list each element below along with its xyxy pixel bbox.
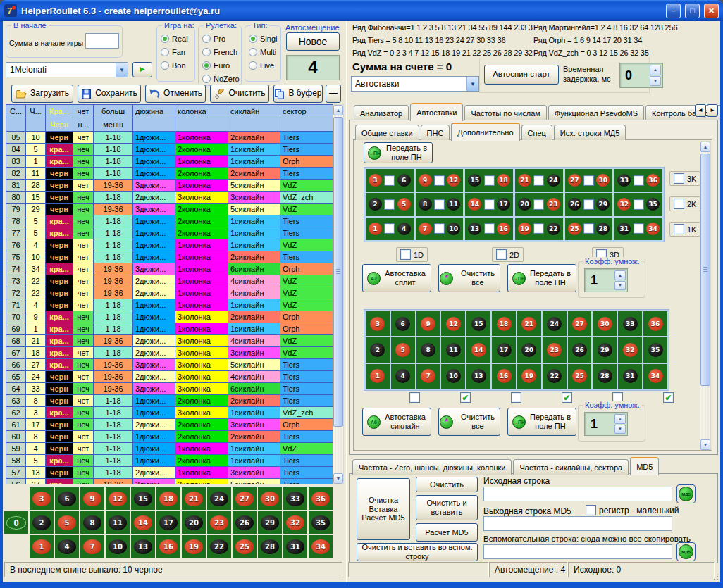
- board-cell-1[interactable]: 1: [30, 535, 54, 558]
- md5-output-input[interactable]: [483, 516, 672, 531]
- number-chip-28[interactable]: 28: [596, 223, 610, 235]
- board-cell-19[interactable]: 19: [182, 535, 206, 558]
- board-cell-6[interactable]: 6: [55, 487, 79, 510]
- toolbar-button-save[interactable]: Сохранить: [78, 85, 141, 103]
- split-checkbox[interactable]: [434, 223, 445, 234]
- md5-run-icon-top[interactable]: МД5: [676, 484, 696, 503]
- md5-clear-button[interactable]: Очистить: [416, 477, 478, 492]
- number-chip-1[interactable]: 1: [369, 223, 382, 235]
- sixline-cell[interactable]: 17: [492, 337, 516, 362]
- number-chip-29[interactable]: 29: [596, 198, 610, 211]
- split-checkbox[interactable]: [634, 175, 644, 186]
- number-chip-3[interactable]: 3: [369, 174, 382, 187]
- sixline-cell[interactable]: 15: [466, 311, 490, 336]
- sixline-cell[interactable]: 28: [593, 364, 617, 389]
- board-cell-29[interactable]: 29: [258, 511, 282, 534]
- subtab-дополнительно[interactable]: Дополнительно: [451, 123, 519, 141]
- number-chip-13[interactable]: 13: [468, 223, 481, 235]
- split-checkbox[interactable]: [434, 175, 445, 186]
- sixline-cell[interactable]: 31: [618, 364, 642, 389]
- sixline-cell[interactable]: 4: [391, 364, 415, 389]
- number-chip-4[interactable]: 4: [397, 223, 411, 235]
- number-chip-8[interactable]: 8: [419, 198, 432, 211]
- action-button-transfer[interactable]: →ПНПередать в поле ПН: [507, 264, 576, 292]
- toolbar-button-brush[interactable]: Очистить: [210, 85, 269, 103]
- board-cell-24[interactable]: 24: [207, 487, 231, 510]
- panel-scrollbar[interactable]: ▲ ▼: [700, 141, 711, 451]
- number-chip-6[interactable]: 6: [397, 174, 411, 187]
- md5-big-button[interactable]: Очистка Вставка Расчет MD5: [357, 478, 410, 540]
- board-cell-12[interactable]: 12: [106, 487, 130, 510]
- sixline-cell[interactable]: 20: [517, 337, 541, 362]
- checkbox[interactable]: [496, 249, 507, 260]
- tab-scroll-left-button[interactable]: ◄: [695, 104, 706, 117]
- number-chip-22[interactable]: 22: [547, 223, 560, 235]
- radio-french[interactable]: French: [202, 48, 237, 56]
- number-chip-14[interactable]: 14: [468, 198, 481, 211]
- number-chip-7[interactable]: 7: [419, 223, 432, 235]
- scroll-down-icon[interactable]: ▼: [700, 439, 710, 450]
- sixline-cell[interactable]: 13: [466, 364, 490, 389]
- transfer-top-button[interactable]: →ПН Передать в поле ПН: [364, 142, 433, 163]
- spin-up-icon[interactable]: ▲: [614, 414, 626, 424]
- scroll-up-icon[interactable]: ▲: [700, 142, 710, 152]
- number-chip-32[interactable]: 32: [617, 198, 631, 211]
- board-cell-2[interactable]: 2: [30, 511, 54, 534]
- bottom-tab-частота-сиклайны-сектора[interactable]: Частота - сиклайны, сектора: [513, 459, 629, 475]
- sixline-cell[interactable]: 6: [391, 311, 415, 336]
- number-chip-25[interactable]: 25: [568, 223, 581, 235]
- split-checkbox[interactable]: [583, 223, 594, 234]
- sixline-cell[interactable]: 35: [643, 337, 667, 362]
- tab-частоты-по-числам[interactable]: Частоты по числам: [464, 105, 546, 120]
- chevron-down-icon[interactable]: ▼: [466, 77, 478, 91]
- board-cell-14[interactable]: 14: [131, 511, 155, 534]
- board-cell-8[interactable]: 8: [80, 511, 104, 534]
- number-chip-18[interactable]: 18: [497, 174, 510, 187]
- register-checkbox-group[interactable]: регистр - маленький: [582, 503, 682, 517]
- sixline-cell[interactable]: 33: [618, 311, 642, 336]
- split-checkbox[interactable]: [533, 175, 544, 186]
- minimize-button[interactable]: –: [666, 4, 681, 18]
- action-button-clear-all[interactable]: *Очистить все: [438, 408, 500, 436]
- radio-euro[interactable]: Euro: [202, 61, 230, 70]
- md5-helper-input[interactable]: [483, 544, 672, 559]
- board-cell-11[interactable]: 11: [106, 511, 130, 534]
- board-cell-32[interactable]: 32: [283, 511, 307, 534]
- number-chip-24[interactable]: 24: [547, 174, 560, 187]
- sixline-cell[interactable]: 9: [416, 311, 440, 336]
- tab-scroll-right-button[interactable]: ►: [707, 104, 718, 117]
- board-cell-4[interactable]: 4: [55, 535, 79, 558]
- action-button-autobet[interactable]: A2Автоставка сплит: [362, 264, 431, 292]
- split-checkbox[interactable]: [634, 199, 644, 210]
- split-checkbox[interactable]: [484, 175, 495, 186]
- number-chip-19[interactable]: 19: [518, 223, 531, 235]
- sixline-checkbox[interactable]: [460, 392, 471, 403]
- new-button[interactable]: Новое: [286, 32, 340, 51]
- tab-автоставки[interactable]: Автоставки: [410, 103, 463, 121]
- dozen-check-1d[interactable]: 1D: [396, 247, 428, 262]
- sixline-checkbox[interactable]: [409, 392, 420, 403]
- maximize-button[interactable]: □: [685, 4, 700, 18]
- sixline-checkbox[interactable]: [511, 392, 521, 403]
- subtab-спец[interactable]: Спец: [521, 125, 552, 140]
- sixline-cell[interactable]: 12: [441, 311, 465, 336]
- board-cell-17[interactable]: 17: [156, 511, 180, 534]
- checkbox[interactable]: [674, 173, 684, 184]
- board-cell-27[interactable]: 27: [233, 487, 257, 510]
- sixline-cell[interactable]: 22: [543, 364, 567, 389]
- close-button[interactable]: ✕: [704, 4, 719, 18]
- board-cell-36[interactable]: 36: [309, 487, 333, 510]
- board-cell-18[interactable]: 18: [156, 487, 180, 510]
- number-chip-9[interactable]: 9: [419, 174, 432, 187]
- split-checkbox[interactable]: [583, 199, 594, 210]
- split-checkbox[interactable]: [384, 223, 395, 234]
- sixline-cell[interactable]: 1: [366, 364, 390, 389]
- board-cell-31[interactable]: 31: [283, 535, 307, 558]
- spin-down-icon[interactable]: ▼: [614, 425, 626, 434]
- board-cell-13[interactable]: 13: [131, 535, 155, 558]
- board-cell-16[interactable]: 16: [156, 535, 180, 558]
- split-checkbox[interactable]: [384, 199, 395, 210]
- sixline-cell[interactable]: 10: [441, 364, 465, 389]
- radio-pro[interactable]: Pro: [202, 35, 225, 43]
- number-chip-23[interactable]: 23: [547, 198, 560, 211]
